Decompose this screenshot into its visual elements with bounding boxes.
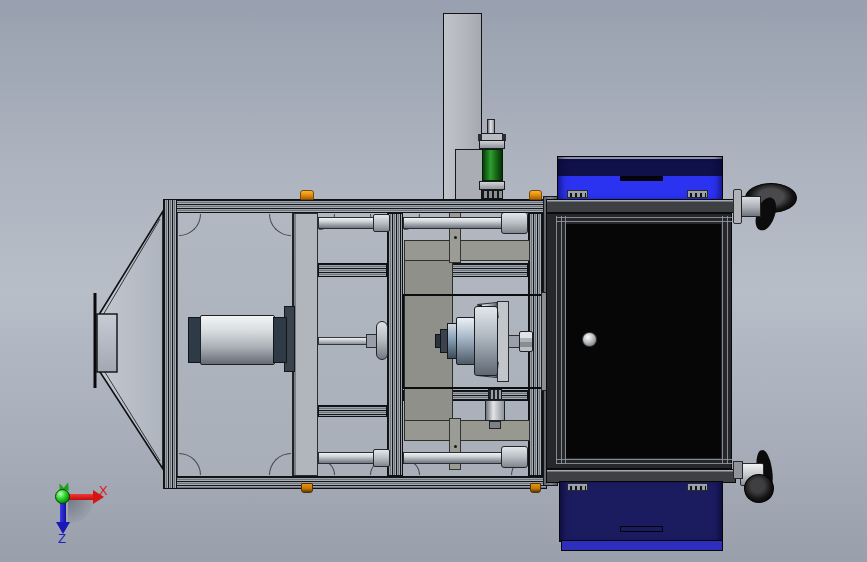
bearing-tip — [435, 334, 441, 348]
cabinet-top-rail — [546, 199, 736, 213]
coupling-spline — [488, 389, 502, 400]
motor-collar — [479, 140, 505, 149]
hinge — [567, 483, 588, 491]
guide-rod — [403, 452, 503, 464]
coupling-tip — [489, 421, 501, 429]
rod-end-disc — [376, 321, 388, 360]
piston-rod — [318, 337, 369, 345]
support-plate-column — [292, 213, 318, 476]
cross-rail — [318, 263, 387, 277]
triad-shadow-arc — [68, 498, 94, 524]
door-groove — [556, 217, 732, 218]
door-knob — [582, 332, 597, 347]
bearing-ring — [447, 323, 457, 359]
cross-rail — [452, 263, 528, 277]
cylinder-cap-right — [273, 317, 287, 363]
origin-sphere[interactable] — [55, 489, 70, 504]
door-groove — [556, 459, 732, 460]
top-bracket-bar — [404, 240, 530, 261]
door-groove — [556, 463, 732, 464]
guide-rod — [318, 452, 376, 464]
bottom-bracket-bar — [404, 420, 530, 441]
bearing-flange — [474, 306, 498, 376]
coupling-body — [485, 400, 505, 421]
frame-mid-column — [387, 213, 403, 476]
frame-bottom-rail — [163, 476, 547, 489]
guide-rod — [318, 217, 376, 229]
leveling-foot — [530, 483, 541, 493]
caster-flange — [733, 461, 743, 479]
rod-end-cap — [501, 446, 528, 468]
hinge — [687, 483, 708, 491]
cross-rail — [318, 405, 387, 417]
motor-lower-flange — [479, 181, 505, 190]
pneumatic-cylinder-body — [200, 315, 275, 365]
bearing-nose — [440, 329, 448, 353]
cabinet-navy-strip — [561, 540, 723, 551]
rod-end-cap — [373, 214, 390, 232]
vent-slot — [620, 526, 663, 532]
clamp-knob — [300, 190, 314, 200]
caster-wheel — [744, 474, 774, 503]
door-groove — [722, 216, 723, 464]
motor-green-body — [482, 149, 503, 181]
clamp-knob — [529, 190, 542, 200]
hopper-flange-line — [94, 293, 97, 388]
frame-top-rail — [163, 199, 547, 213]
hub-nut — [519, 331, 533, 352]
hinge — [687, 190, 708, 198]
vent-slot — [620, 176, 663, 181]
cad-viewport[interactable]: X Z — [0, 0, 867, 562]
door-groove — [561, 216, 562, 464]
frame-left-column — [163, 199, 177, 489]
hinge — [567, 190, 588, 198]
motor-base — [481, 190, 503, 199]
door-groove — [556, 216, 557, 464]
x-axis-arrow[interactable] — [66, 494, 94, 500]
guide-rod — [403, 217, 503, 229]
x-axis-label: X — [99, 483, 108, 498]
hopper-cone — [88, 203, 170, 475]
leveling-foot — [301, 483, 313, 493]
door-groove — [556, 221, 732, 222]
rod-end-cap — [373, 449, 390, 467]
caster-hub — [741, 196, 761, 217]
rod-end-cap — [501, 212, 528, 234]
bearing-body — [456, 317, 475, 365]
z-axis-label: Z — [58, 531, 66, 546]
door-groove — [727, 216, 728, 464]
